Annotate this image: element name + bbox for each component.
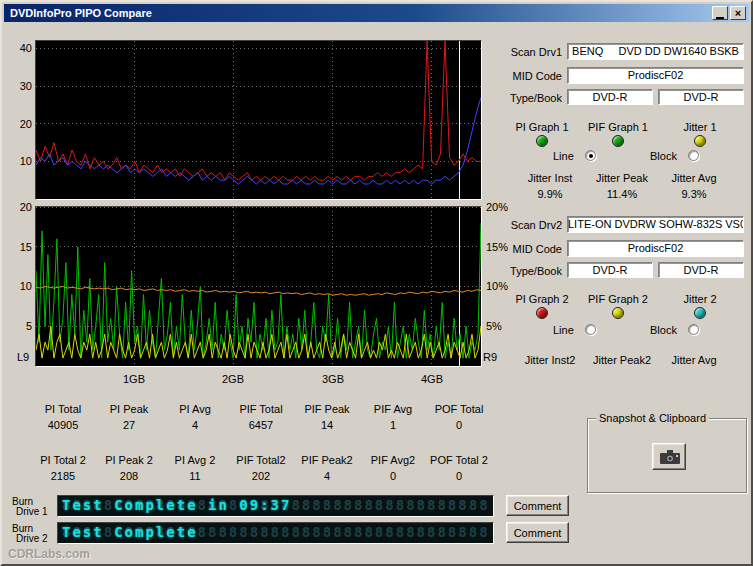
drive1-line-label: Line [553,150,574,162]
y2-axis-tick-10: 10 [10,280,32,292]
book-1-value: DVD-R [658,89,744,105]
y-axis-tick-40: 40 [10,42,32,54]
stats-row2-values: 2185 208 11 202 4 0 0 [30,470,496,482]
stat-label: POF Total 2 [426,454,492,466]
stat-label: PIF Total2 [228,454,294,466]
minimize-button[interactable] [712,6,728,20]
stat-value: 1 [360,419,426,431]
drive2-line-radio[interactable] [585,324,596,335]
corner-label-l9: L9 [17,351,29,363]
stat-label: POF Total [426,403,492,415]
jitter-avg-1-label: Jitter Avg [659,172,729,184]
corner-label-r9: R9 [483,351,497,363]
drive2-status-text: Test Complete [62,524,198,540]
stat-value: 208 [96,470,162,482]
pif-graph-2-label: PIF Graph 2 [583,293,653,305]
close-button[interactable]: × [730,6,746,20]
jitter-1-led[interactable] [694,135,706,147]
stat-label: PI Total [30,403,96,415]
stat-value: 4 [294,470,360,482]
drive2-status-display: Test Complete [57,522,494,544]
scan-drv2-label: Scan Drv2 [506,219,562,231]
burn-drive2-line2: Drive 2 [12,533,48,544]
x-axis-tick-2gb: 2GB [215,373,251,385]
stat-value: 4 [162,419,228,431]
drive1-status-display: Test Complete in 09:37 [57,495,494,517]
book-2-value: DVD-R [658,262,744,278]
stat-value: 14 [294,419,360,431]
right-axis-tick-20pct: 20% [486,201,516,213]
stat-value: 2185 [30,470,96,482]
jitter-inst-2-label: Jitter Inst2 [515,354,585,366]
jitter-2-led[interactable] [694,307,706,319]
pi-comparison-chart [35,40,482,200]
drive2-comment-button[interactable]: Comment [506,522,569,543]
right-axis-tick-5pct: 5% [486,320,516,332]
stat-label: PIF Peak [294,403,360,415]
jitter-inst-1-label: Jitter Inst [515,172,585,184]
y2-axis-tick-15: 15 [10,241,32,253]
stat-value: 11 [162,470,228,482]
x-axis-tick-3gb: 3GB [315,373,351,385]
stats-row2-labels: PI Total 2 PI Peak 2 PI Avg 2 PIF Total2… [30,454,496,466]
close-icon: × [735,7,741,19]
title-bar[interactable]: DVDInfoPro PIPO Compare × [4,4,749,22]
pi-graph-1-label: PI Graph 1 [507,121,577,133]
y2-axis-tick-5: 5 [10,320,32,332]
type-1-value: DVD-R [567,89,653,105]
burn-drive1-label: Burn Drive 1 [12,497,48,517]
jitter-avg-2-label: Jitter Avg [659,354,729,366]
jitter-avg-1-value: 9.3% [659,188,729,200]
drive1-block-radio[interactable] [688,150,699,161]
stat-label: PI Total 2 [30,454,96,466]
stats-row1-values: 40905 27 4 6457 14 1 0 [30,419,496,431]
stat-value: 0 [426,470,492,482]
snapshot-group-title: Snapshot & Clipboard [596,412,709,424]
y-axis-tick-30: 30 [10,80,32,92]
scan-drv1-label: Scan Drv1 [506,46,562,58]
stat-label: PIF Peak2 [294,454,360,466]
scan-drv2-value: LITE-ON DVDRW SOHW-832S VS0 [567,216,744,233]
right-axis-tick-10pct: 10% [486,280,516,292]
pi-graph-1-led[interactable] [536,135,548,147]
stat-value: 0 [426,419,492,431]
x-axis-tick-4gb: 4GB [414,373,450,385]
pif-graph-2-led[interactable] [612,307,624,319]
type-2-value: DVD-R [567,262,653,278]
mid-code-1-label: MID Code [506,70,562,82]
drive1-status-text: Test Complete in 09:37 [62,497,291,513]
jitter-peak-1-label: Jitter Peak [587,172,657,184]
app-window: DVDInfoPro PIPO Compare × 40 30 20 10 20… [0,0,753,566]
jitter-1-label: Jitter 1 [665,121,735,133]
pif-graph-1-led[interactable] [612,135,624,147]
stat-label: PIF Avg [360,403,426,415]
minimize-icon [716,17,724,19]
stat-value: 6457 [228,419,294,431]
pi-graph-2-label: PI Graph 2 [507,293,577,305]
scan-drv1-value: BENQ DVD DD DW1640 BSKB [567,43,744,60]
stat-label: PI Peak 2 [96,454,162,466]
window-title: DVDInfoPro PIPO Compare [7,7,710,19]
stat-value: 27 [96,419,162,431]
y2-axis-tick-20: 20 [10,201,32,213]
stat-label: PIF Avg2 [360,454,426,466]
pi-graph-2-led[interactable] [536,307,548,319]
camera-icon [659,449,679,465]
y-axis-tick-10: 10 [10,155,32,167]
mid-code-2-label: MID Code [506,243,562,255]
snapshot-camera-button[interactable] [652,443,686,470]
jitter-2-label: Jitter 2 [665,293,735,305]
drive2-block-radio[interactable] [688,324,699,335]
stat-label: PI Avg 2 [162,454,228,466]
burn-drive2-label: Burn Drive 2 [12,524,48,544]
stat-value: 40905 [30,419,96,431]
mid-code-1-value: ProdiscF02 [567,67,744,84]
drive1-comment-button[interactable]: Comment [506,495,569,516]
pif-jitter-chart [35,206,482,367]
stat-label: PI Avg [162,403,228,415]
jitter-peak-1-value: 11.4% [587,188,657,200]
stat-value: 0 [360,470,426,482]
stat-label: PI Peak [96,403,162,415]
drive1-line-radio[interactable] [585,150,596,161]
stat-label: PIF Total [228,403,294,415]
